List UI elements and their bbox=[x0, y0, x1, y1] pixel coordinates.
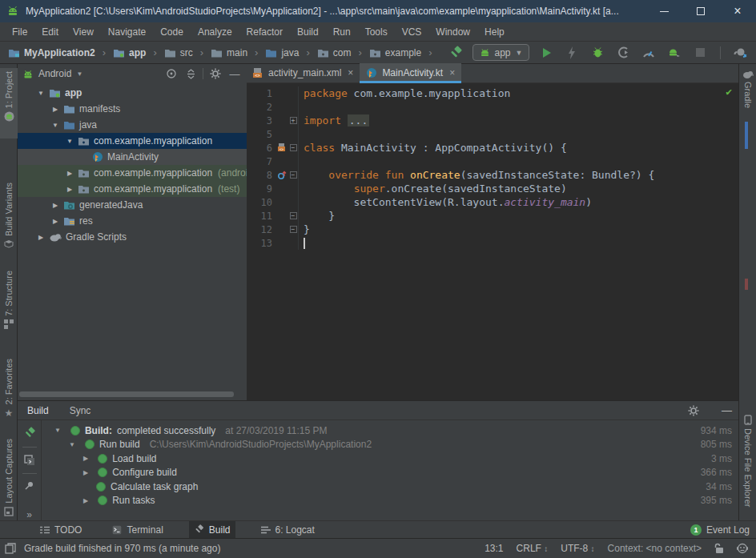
tree-row-generatedjava[interactable]: ▶ generatedJava bbox=[18, 197, 247, 213]
menu-code[interactable]: Code bbox=[153, 24, 191, 40]
collapse-arrow-icon[interactable]: ▶ bbox=[66, 186, 74, 193]
menu-analyze[interactable]: Analyze bbox=[191, 24, 239, 40]
tree-row-package-androidtest[interactable]: ▶ com.example.myapplication (androidTest… bbox=[18, 165, 247, 181]
collapse-arrow-icon[interactable]: ▶ bbox=[66, 170, 74, 177]
menu-edit[interactable]: Edit bbox=[34, 24, 66, 40]
collapse-arrow-icon[interactable]: ▶ bbox=[51, 218, 59, 225]
tool-button-terminal[interactable]: Terminal bbox=[107, 521, 167, 539]
expand-arrow-icon[interactable]: ▼ bbox=[51, 122, 59, 129]
tree-row-mainactivity[interactable]: MainActivity bbox=[18, 149, 247, 165]
event-log-button[interactable]: 1 Event Log bbox=[690, 524, 750, 536]
context-selector[interactable]: Context: <no context> bbox=[608, 543, 702, 554]
apply-changes-button[interactable] bbox=[563, 44, 581, 62]
collapse-arrow-icon[interactable]: ▶ bbox=[83, 497, 88, 504]
menu-tools[interactable]: Tools bbox=[358, 24, 395, 40]
breadcrumb-src[interactable]: src bbox=[180, 47, 193, 58]
collapse-all-button[interactable] bbox=[183, 66, 198, 81]
toggle-tool-windows-icon[interactable] bbox=[5, 543, 16, 554]
folded-imports[interactable]: ... bbox=[348, 114, 369, 126]
menu-navigate[interactable]: Navigate bbox=[101, 24, 153, 40]
rerun-build-button[interactable] bbox=[23, 427, 36, 440]
make-project-button[interactable] bbox=[447, 44, 464, 62]
profiler-button[interactable] bbox=[640, 44, 657, 62]
hide-panel-button[interactable]: — bbox=[722, 404, 732, 416]
build-tab-build[interactable]: Build bbox=[24, 403, 52, 418]
more-options-icon[interactable]: » bbox=[26, 509, 32, 520]
fold-expand-icon[interactable]: + bbox=[290, 117, 297, 124]
build-row-run-build[interactable]: ▼ Run build C:\Users\Kim\AndroidStudioPr… bbox=[42, 438, 738, 452]
close-tab-icon[interactable]: × bbox=[449, 67, 455, 78]
horizontal-scrollbar[interactable] bbox=[19, 391, 234, 397]
stop-button[interactable] bbox=[691, 44, 709, 62]
encoding-selector[interactable]: UTF-8 ↕ bbox=[561, 543, 594, 554]
menu-window[interactable]: Window bbox=[428, 24, 477, 40]
build-tab-sync[interactable]: Sync bbox=[66, 403, 94, 418]
project-view-selector[interactable]: Android bbox=[38, 68, 71, 79]
fold-collapse-icon[interactable]: − bbox=[290, 144, 297, 151]
code-editor[interactable]: ✔ 1 package com.example.myapplication 2 … bbox=[247, 83, 738, 250]
tool-button-structure[interactable]: 7: Structure bbox=[0, 271, 18, 354]
sync-gradle-button[interactable] bbox=[732, 44, 750, 62]
menu-vcs[interactable]: VCS bbox=[395, 24, 429, 40]
tool-button-build[interactable]: Build bbox=[189, 521, 235, 539]
debug-button[interactable] bbox=[589, 44, 606, 62]
inspection-profile-icon[interactable] bbox=[737, 543, 748, 554]
build-row-calculate-task-graph[interactable]: Calculate task graph 34 ms bbox=[42, 480, 738, 494]
collapse-arrow-icon[interactable]: ▶ bbox=[83, 455, 88, 462]
tab-activity-main-xml[interactable]: <> activity_main.xml × bbox=[247, 63, 360, 82]
caret-position[interactable]: 13:1 bbox=[485, 543, 503, 554]
run-configuration-select[interactable]: app ▼ bbox=[472, 44, 530, 61]
tab-mainactivity-kt[interactable]: MainActivity.kt × bbox=[360, 63, 461, 82]
profile-button[interactable] bbox=[614, 44, 632, 62]
status-message[interactable]: Gradle build finished in 970 ms (a minut… bbox=[24, 543, 220, 554]
tree-row-package-test[interactable]: ▶ com.example.myapplication (test) bbox=[18, 181, 247, 197]
menu-build[interactable]: Build bbox=[290, 24, 326, 40]
tree-row-gradle-scripts[interactable]: ▶ Gradle Scripts bbox=[18, 229, 247, 245]
tree-row-java[interactable]: ▼ java bbox=[18, 117, 247, 133]
collapse-arrow-icon[interactable]: ▶ bbox=[51, 106, 59, 113]
tool-button-build-variants[interactable]: Build Variants bbox=[0, 183, 18, 266]
minimize-button[interactable] bbox=[645, 0, 682, 22]
breadcrumb-project[interactable]: MyApplication2 bbox=[24, 47, 95, 58]
fold-collapse-icon[interactable]: − bbox=[290, 171, 297, 179]
expand-arrow-icon[interactable]: ▼ bbox=[37, 90, 45, 97]
tool-button-layout-captures[interactable]: Layout Captures bbox=[0, 439, 18, 519]
tool-button-project[interactable]: 1: Project bbox=[0, 68, 18, 138]
locate-file-button[interactable] bbox=[164, 66, 179, 81]
tool-button-device-file-explorer[interactable]: Device File Explorer bbox=[739, 415, 756, 517]
close-button[interactable]: × bbox=[719, 0, 756, 22]
pin-icon[interactable] bbox=[24, 480, 34, 491]
expand-arrow-icon[interactable]: ▼ bbox=[66, 138, 74, 145]
settings-gear-icon[interactable] bbox=[688, 405, 699, 416]
menu-refactor[interactable]: Refactor bbox=[239, 24, 290, 40]
related-layout-gutter-icon[interactable]: <> bbox=[275, 143, 288, 152]
build-row-load-build[interactable]: ▶ Load build 3 ms bbox=[42, 452, 738, 466]
expand-arrow-icon[interactable]: ▼ bbox=[54, 427, 61, 434]
collapse-arrow-icon[interactable]: ▶ bbox=[83, 469, 88, 476]
maximize-button[interactable] bbox=[682, 0, 719, 22]
inspection-ok-icon[interactable]: ✔ bbox=[726, 86, 732, 98]
attach-debugger-button[interactable] bbox=[666, 44, 683, 62]
collapse-arrow-icon[interactable]: ▶ bbox=[51, 202, 59, 209]
build-row-configure-build[interactable]: ▶ Configure build 366 ms bbox=[42, 466, 738, 480]
breadcrumb-com[interactable]: com bbox=[333, 47, 352, 58]
breadcrumb-java[interactable]: java bbox=[281, 47, 299, 58]
menu-help[interactable]: Help bbox=[477, 24, 512, 40]
fold-end-icon[interactable]: − bbox=[290, 212, 297, 219]
unlocked-padlock-icon[interactable] bbox=[714, 543, 724, 554]
collapse-arrow-icon[interactable]: ▶ bbox=[37, 234, 45, 241]
build-row-run-tasks[interactable]: ▶ Run tasks 395 ms bbox=[42, 494, 738, 508]
tool-button-todo[interactable]: TODO bbox=[35, 521, 86, 539]
breadcrumb-main[interactable]: main bbox=[227, 47, 247, 58]
line-ending-selector[interactable]: CRLF ↕ bbox=[517, 543, 549, 554]
close-tab-icon[interactable]: × bbox=[348, 67, 353, 78]
menu-run[interactable]: Run bbox=[326, 24, 358, 40]
tool-button-favorites[interactable]: 2: Favorites ★ bbox=[0, 359, 18, 432]
run-button[interactable] bbox=[537, 44, 555, 62]
chevron-down-icon[interactable]: ▼ bbox=[76, 70, 82, 78]
overriding-method-gutter-icon[interactable] bbox=[275, 171, 288, 180]
show-console-button[interactable] bbox=[24, 455, 35, 466]
menu-view[interactable]: View bbox=[66, 24, 101, 40]
tree-row-app[interactable]: ▼ app bbox=[18, 85, 247, 101]
fold-end-icon[interactable]: − bbox=[290, 226, 297, 233]
